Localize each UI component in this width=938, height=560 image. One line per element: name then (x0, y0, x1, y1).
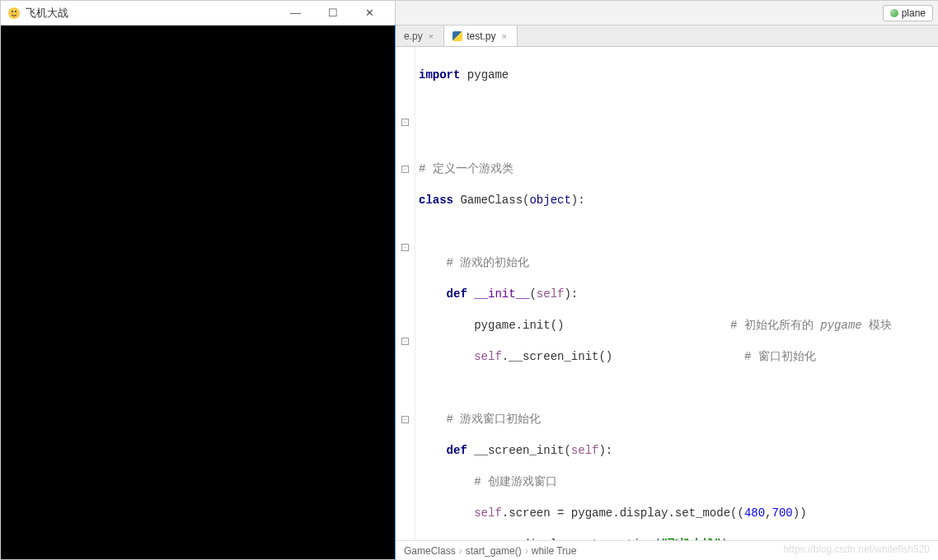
minimize-button[interactable]: — (277, 2, 314, 25)
tab-e-py[interactable]: e.py × (396, 26, 444, 46)
fold-icon[interactable]: − (401, 119, 409, 126)
chevron-right-icon: › (459, 545, 462, 557)
project-name: plane (902, 7, 926, 19)
tab-label: e.py (404, 30, 423, 42)
maximize-button[interactable]: ☐ (314, 2, 351, 25)
game-titlebar[interactable]: 飞机大战 — ☐ ✕ (1, 1, 395, 26)
code-editor[interactable]: import pygame # 定义一个游戏类 class GameClass(… (415, 47, 938, 540)
breadcrumb-item[interactable]: while True (532, 545, 577, 557)
breadcrumb-item[interactable]: start_game() (466, 545, 522, 557)
editor-body: − − − − − import pygame # 定义一个游 (396, 47, 938, 540)
fold-icon[interactable]: − (401, 244, 409, 251)
game-app-icon (7, 7, 21, 20)
fold-icon[interactable]: − (401, 416, 409, 423)
tab-label: test.py (467, 30, 495, 42)
project-selector[interactable]: plane (883, 5, 933, 21)
game-canvas[interactable] (1, 26, 395, 559)
breadcrumb-item[interactable]: GameClass (404, 545, 456, 557)
fold-icon[interactable]: − (401, 166, 409, 173)
editor-tabs: e.py × test.py × (396, 26, 938, 47)
svg-point-1 (12, 11, 13, 12)
close-icon[interactable]: × (499, 31, 508, 41)
python-icon (453, 31, 462, 41)
fold-icon[interactable]: − (401, 338, 409, 345)
ide-pane: plane e.py × test.py × − − − (396, 0, 938, 560)
tab-test-py[interactable]: test.py × (444, 26, 518, 46)
chevron-right-icon: › (525, 545, 528, 557)
close-icon[interactable]: × (427, 31, 435, 41)
gutter: − − − − − (396, 47, 415, 540)
game-window: 飞机大战 — ☐ ✕ (0, 0, 396, 560)
game-window-title: 飞机大战 (26, 6, 277, 21)
close-button[interactable]: ✕ (351, 2, 388, 25)
ide-toolbar: plane (396, 1, 938, 26)
svg-point-0 (8, 7, 20, 19)
svg-point-2 (15, 11, 16, 12)
breadcrumb: GameClass › start_game() › while True (396, 540, 938, 560)
project-icon (890, 9, 898, 17)
